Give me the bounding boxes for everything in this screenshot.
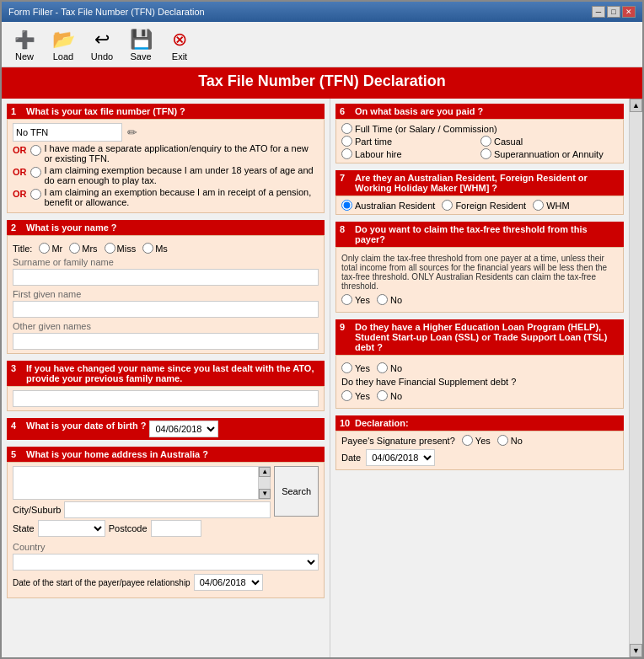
right-scrollbar: ▲ ▼ <box>629 99 642 657</box>
section-9: 9 Do they have a Higher Education Loan P… <box>335 319 624 409</box>
supplement-yes-option: Yes <box>341 390 370 401</box>
address-search-row: ▲ ▼ City/Suburb State <box>13 466 319 538</box>
scroll-down-arrow[interactable]: ▼ <box>630 644 642 657</box>
surname-input[interactable] <box>13 269 319 286</box>
sig-no-radio[interactable] <box>497 435 508 446</box>
super-label: Superannuation or Annuity <box>494 149 604 159</box>
postcode-input[interactable] <box>151 520 201 537</box>
address-scrollbar: ▲ ▼ <box>258 467 270 499</box>
load-icon: 📂 <box>51 28 75 51</box>
tfn-option-1-radio[interactable] <box>30 145 41 156</box>
toolbar: ➕ New 📂 Load ↩ Undo 💾 Save ⊗ Exit <box>2 22 642 67</box>
undo-button[interactable]: ↩ Undo <box>84 26 120 63</box>
minimize-button[interactable]: ─ <box>592 6 605 18</box>
super-option: Superannuation or Annuity <box>480 148 618 159</box>
first-name-input[interactable] <box>13 301 319 318</box>
section-1-body: ✏ OR I have made a separate application/… <box>7 119 325 213</box>
state-label: State <box>13 523 35 533</box>
supplement-no-radio[interactable] <box>377 390 388 401</box>
first-name-label: First given name <box>13 289 319 299</box>
section-10-body: Payee's Signature present? Yes No Date <box>335 431 624 470</box>
start-date-label: Date of the start of the payer/payee rel… <box>13 578 191 587</box>
state-select[interactable] <box>38 520 105 537</box>
help-no-option: No <box>377 362 402 373</box>
address-textarea[interactable] <box>13 467 258 499</box>
mr-radio[interactable] <box>39 243 50 254</box>
mr-option: Mr <box>39 243 62 254</box>
decl-date-select[interactable]: 04/06/2018 <box>366 449 435 466</box>
help-yes-label: Yes <box>355 363 370 373</box>
foreign-resident-radio[interactable] <box>442 200 453 211</box>
supplement-no-label: No <box>390 391 402 401</box>
save-label: Save <box>130 51 151 62</box>
whm-radio[interactable] <box>533 200 544 211</box>
sig-yes-radio[interactable] <box>462 435 473 446</box>
part-time-radio[interactable] <box>341 136 352 147</box>
postcode-label: Postcode <box>109 523 148 533</box>
labour-hire-label: Labour hire <box>355 149 402 159</box>
section-10-num: 10 <box>340 418 352 428</box>
section-2-body: Title: Mr Mrs Miss <box>7 235 325 354</box>
tfn-input[interactable] <box>13 123 122 142</box>
exit-button[interactable]: ⊗ Exit <box>162 26 197 63</box>
search-button[interactable]: Search <box>274 466 319 517</box>
threshold-yes-radio[interactable] <box>341 294 352 305</box>
aus-resident-option: Australian Resident <box>341 200 435 211</box>
labour-hire-option: Labour hire <box>341 148 479 159</box>
maximize-button[interactable]: □ <box>607 6 620 18</box>
scroll-up-btn[interactable]: ▲ <box>259 467 271 477</box>
aus-resident-label: Australian Resident <box>355 201 435 211</box>
new-button[interactable]: ➕ New <box>7 26 42 63</box>
section-10: 10 Declaration: Payee's Signature presen… <box>335 415 624 470</box>
aus-resident-radio[interactable] <box>341 200 352 211</box>
section-6-body: Full Time (or Salary / Commission) Part … <box>335 119 624 163</box>
help-no-label: No <box>390 363 402 373</box>
miss-radio[interactable] <box>105 243 115 254</box>
save-button[interactable]: 💾 Save <box>123 26 158 63</box>
section-9-title: Do they have a Higher Education Loan Pro… <box>355 322 620 352</box>
full-time-radio[interactable] <box>341 123 352 134</box>
section-8-num: 8 <box>340 224 352 244</box>
help-yes-radio[interactable] <box>341 362 352 373</box>
mrs-radio[interactable] <box>69 243 80 254</box>
scroll-up-arrow[interactable]: ▲ <box>630 99 642 112</box>
payee-sig-row: Payee's Signature present? Yes No <box>341 435 618 446</box>
country-label: Country <box>13 542 319 552</box>
city-input[interactable] <box>64 501 271 518</box>
section-6-header: 6 On what basis are you paid ? <box>335 104 624 119</box>
section-6-num: 6 <box>340 106 352 116</box>
labour-hire-radio[interactable] <box>341 148 352 159</box>
help-yes-option: Yes <box>341 362 370 373</box>
window-title: Form Filler - Tax File Number (TFN) Decl… <box>8 7 205 17</box>
help-no-radio[interactable] <box>377 362 388 373</box>
start-date-row: Date of the start of the payer/payee rel… <box>13 574 319 591</box>
country-select[interactable] <box>13 554 319 571</box>
threshold-no-option: No <box>377 294 402 305</box>
pay-options-grid: Part time Casual Labour hire Supera <box>341 136 618 159</box>
super-radio[interactable] <box>480 148 491 159</box>
section-6: 6 On what basis are you paid ? Full Time… <box>335 104 624 163</box>
title-label: Title: <box>13 244 32 254</box>
part-time-option: Part time <box>341 136 479 147</box>
casual-radio[interactable] <box>480 136 491 147</box>
other-names-input[interactable] <box>13 333 319 350</box>
dob-select[interactable]: 04/06/2018 <box>149 421 218 437</box>
or-label-3: OR <box>13 189 27 199</box>
threshold-yes-label: Yes <box>355 295 370 305</box>
tfn-option-2-radio[interactable] <box>30 167 41 178</box>
threshold-yes-no: Yes No <box>341 294 618 305</box>
whm-label: WHM <box>546 201 570 211</box>
threshold-no-radio[interactable] <box>377 294 388 305</box>
load-button[interactable]: 📂 Load <box>46 26 81 63</box>
ms-radio[interactable] <box>142 243 153 254</box>
mrs-label: Mrs <box>82 244 97 254</box>
threshold-no-label: No <box>390 295 402 305</box>
tfn-option-3-radio[interactable] <box>30 189 41 200</box>
scroll-down-btn[interactable]: ▼ <box>259 489 271 499</box>
sig-no-option: No <box>497 435 523 446</box>
start-date-select[interactable]: 04/06/2018 <box>194 574 263 591</box>
prev-name-input[interactable] <box>13 390 319 407</box>
supplement-yes-radio[interactable] <box>341 390 352 401</box>
close-button[interactable]: ✕ <box>622 6 636 18</box>
edit-icon[interactable]: ✏ <box>127 126 137 139</box>
